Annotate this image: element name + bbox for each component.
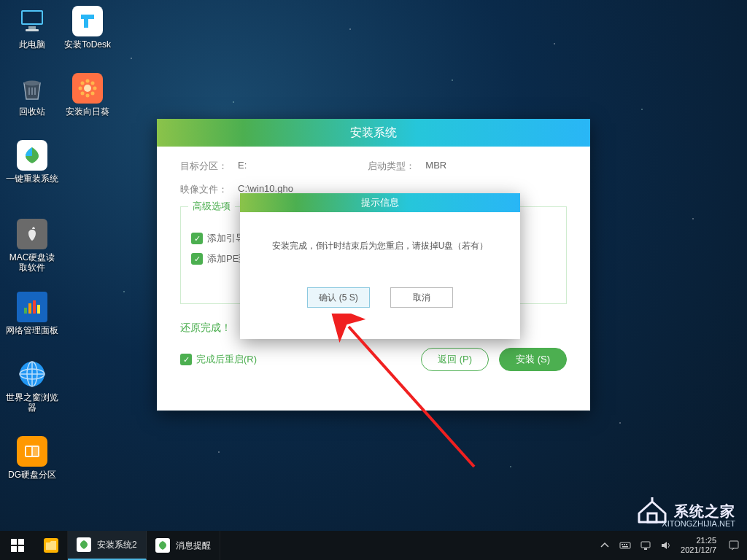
watermark-url: XITONGZHIJIA.NET bbox=[662, 519, 735, 528]
checkbox-restart[interactable]: ✓ 完成后重启(R) bbox=[180, 353, 257, 366]
desktop-icon-dg[interactable]: DG硬盘分区 bbox=[6, 436, 58, 480]
svg-rect-31 bbox=[622, 544, 623, 545]
svg-rect-34 bbox=[622, 546, 628, 548]
watermark-text: 系统之家 bbox=[674, 502, 735, 521]
desktop-icon-this-pc[interactable]: 此电脑 bbox=[6, 6, 58, 50]
advanced-title: 高级选项 bbox=[188, 200, 235, 213]
checkbox-label: 完成后重启(R) bbox=[196, 353, 257, 366]
taskbar-task-installer[interactable]: 安装系统2 bbox=[68, 531, 147, 560]
desktop-icon-label: DG硬盘分区 bbox=[6, 470, 58, 480]
windows-icon bbox=[11, 539, 24, 552]
desktop-icon-label: 回收站 bbox=[6, 106, 58, 117]
message-dialog: 提示信息 安装完成，倒计时结束后为您重启，请拔掉U盘（若有） 确认 (5 S) … bbox=[240, 193, 520, 339]
svg-rect-2 bbox=[28, 26, 36, 29]
desktop-icon-label: 此电脑 bbox=[6, 39, 58, 50]
desktop-icon-label: MAC硬盘读取软件 bbox=[6, 252, 58, 273]
svg-rect-29 bbox=[18, 546, 24, 552]
boot-value: MBR bbox=[425, 160, 446, 173]
date-text: 2021/12/7 bbox=[681, 545, 716, 555]
svg-rect-36 bbox=[644, 548, 647, 550]
keyboard-icon[interactable] bbox=[619, 540, 631, 551]
desktop-icon-todesk[interactable]: 安装ToDesk bbox=[61, 6, 114, 50]
check-icon: ✓ bbox=[180, 354, 192, 365]
taskbar-task-label: 安装系统2 bbox=[97, 539, 137, 551]
check-icon: ✓ bbox=[191, 233, 203, 244]
folder-icon bbox=[44, 538, 58, 553]
svg-rect-3 bbox=[26, 29, 39, 31]
svg-point-20 bbox=[81, 82, 85, 85]
install-button[interactable]: 安装 (S) bbox=[499, 348, 567, 371]
svg-point-4 bbox=[24, 81, 40, 86]
time-text: 21:25 bbox=[681, 536, 716, 545]
svg-point-17 bbox=[86, 94, 90, 98]
system-tray: 21:25 2021/12/7 bbox=[592, 536, 747, 555]
svg-point-16 bbox=[86, 79, 90, 83]
svg-rect-26 bbox=[11, 539, 17, 545]
clock[interactable]: 21:25 2021/12/7 bbox=[681, 536, 719, 555]
volume-icon[interactable] bbox=[660, 540, 672, 551]
svg-rect-6 bbox=[28, 303, 31, 314]
shield-icon bbox=[77, 537, 91, 552]
dialog-title: 提示信息 bbox=[240, 193, 520, 212]
notification-icon[interactable] bbox=[728, 540, 740, 551]
svg-point-19 bbox=[93, 87, 97, 90]
desktop-icon-reinstall[interactable]: 一键重装系统 bbox=[6, 140, 58, 184]
svg-rect-8 bbox=[37, 305, 40, 314]
desktop-icon-label: 安装ToDesk bbox=[61, 39, 114, 50]
watermark: 系统之家 XITONGZHIJIA.NET bbox=[636, 497, 735, 525]
svg-rect-27 bbox=[18, 539, 24, 545]
desktop-icon-macdisk[interactable]: MAC硬盘读取软件 bbox=[6, 219, 58, 273]
svg-point-15 bbox=[84, 85, 91, 92]
desktop-icon-label: 网络管理面板 bbox=[6, 325, 58, 335]
svg-point-21 bbox=[91, 82, 95, 85]
target-label: 目标分区： bbox=[180, 160, 228, 173]
confirm-button[interactable]: 确认 (5 S) bbox=[307, 287, 370, 308]
svg-point-23 bbox=[91, 92, 95, 96]
taskbar-task-label: 消息提醒 bbox=[176, 540, 211, 552]
svg-rect-30 bbox=[620, 542, 630, 548]
svg-rect-1 bbox=[23, 12, 42, 23]
taskbar: 安装系统2 消息提醒 21:25 2021/12/7 bbox=[0, 531, 747, 560]
svg-rect-33 bbox=[626, 544, 627, 545]
taskbar-explorer[interactable] bbox=[35, 531, 68, 560]
svg-point-18 bbox=[79, 87, 82, 90]
svg-rect-7 bbox=[33, 300, 36, 314]
dialog-message: 安装完成，倒计时结束后为您重启，请拔掉U盘（若有） bbox=[255, 240, 506, 252]
target-value: E: bbox=[238, 160, 247, 173]
svg-rect-32 bbox=[624, 544, 625, 545]
taskbar-task-message[interactable]: 消息提醒 bbox=[147, 531, 220, 560]
svg-rect-35 bbox=[641, 542, 650, 548]
desktop-icon-netpanel[interactable]: 网络管理面板 bbox=[6, 292, 58, 335]
desktop-icon-sunflower[interactable]: 安装向日葵 bbox=[61, 73, 114, 117]
check-icon: ✓ bbox=[191, 253, 203, 265]
desktop-icon-recycle[interactable]: 回收站 bbox=[6, 73, 58, 117]
installer-title: 安装系统 bbox=[157, 119, 590, 147]
network-icon[interactable] bbox=[640, 540, 651, 551]
chevron-up-icon[interactable] bbox=[599, 540, 611, 551]
svg-rect-28 bbox=[11, 546, 17, 552]
svg-rect-25 bbox=[648, 513, 657, 522]
shield-icon bbox=[155, 538, 170, 553]
desktop-icon-browser[interactable]: 世界之窗浏览器 bbox=[6, 359, 58, 413]
cancel-button[interactable]: 取消 bbox=[390, 287, 453, 308]
desktop-icon-label: 世界之窗浏览器 bbox=[6, 392, 58, 413]
back-button[interactable]: 返回 (P) bbox=[421, 348, 489, 371]
svg-rect-14 bbox=[33, 447, 38, 456]
boot-label: 启动类型： bbox=[368, 160, 415, 173]
svg-rect-37 bbox=[729, 541, 738, 548]
desktop-icon-label: 一键重装系统 bbox=[6, 174, 58, 184]
svg-rect-13 bbox=[26, 447, 31, 456]
desktop-icon-label: 安装向日葵 bbox=[61, 106, 114, 117]
start-button[interactable] bbox=[0, 531, 35, 560]
svg-point-22 bbox=[81, 92, 85, 96]
image-label: 映像文件： bbox=[180, 183, 228, 196]
svg-rect-5 bbox=[24, 308, 27, 314]
